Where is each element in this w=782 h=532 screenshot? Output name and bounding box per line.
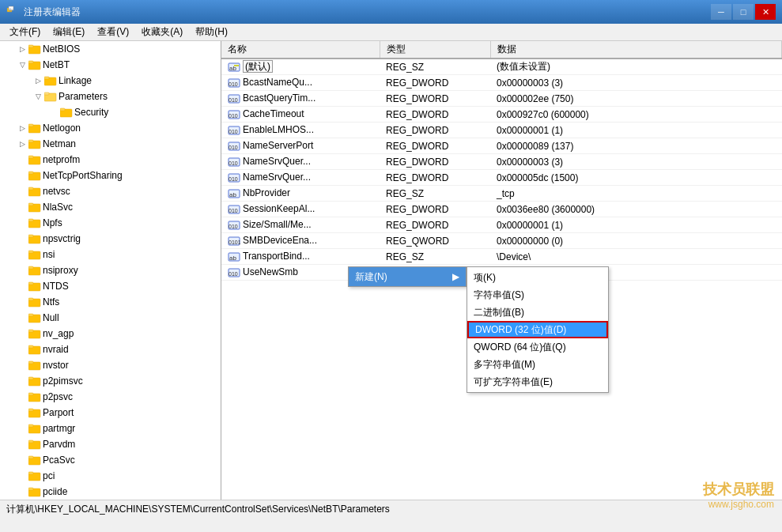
folder-icon: [28, 217, 41, 228]
svg-rect-53: [28, 424, 33, 427]
tree-node-netbt[interactable]: ▽ NetBT: [0, 57, 221, 73]
svg-rect-45: [28, 361, 33, 364]
tree-node-netbios[interactable]: ▷ NetBIOS: [0, 41, 221, 57]
menu-edit[interactable]: 编辑(E): [47, 24, 91, 41]
tree-label: NTDS: [43, 281, 69, 292]
tree-node-p2psvc[interactable]: ▷ p2psvc: [0, 389, 221, 405]
tree-label: Ntfs: [43, 296, 59, 308]
svg-rect-51: [28, 409, 33, 411]
svg-rect-15: [28, 124, 33, 126]
folder-icon: [28, 470, 41, 481]
tree-node-parport[interactable]: ▷ Parport: [0, 405, 221, 421]
table-row[interactable]: 010 BcastNameQu...REG_DWORD0x00000003 (3…: [221, 75, 782, 91]
tree-node-npsvctrig[interactable]: ▷ npsvctrig: [0, 231, 221, 247]
right-panel: 名称 类型 数据 ab (默认)REG_SZ(数值未设置) 010 BcastN…: [221, 41, 782, 500]
tree-node-null[interactable]: ▷ Null: [0, 310, 221, 326]
svg-rect-9: [44, 77, 49, 79]
folder-icon: [44, 75, 57, 86]
tree-node-pci[interactable]: ▷ pci: [0, 468, 221, 484]
table-row[interactable]: 0101 SMBDeviceEna...REG_QWORD0x00000000 …: [221, 233, 782, 249]
menu-view[interactable]: 查看(V): [91, 24, 135, 41]
cell-type: REG_DWORD: [380, 123, 490, 138]
cell-name: 010 Size/Small/Me...: [221, 217, 380, 233]
table-row[interactable]: ab (默认)REG_SZ(数值未设置): [221, 58, 782, 75]
table-row[interactable]: 010 BcastQueryTim...REG_DWORD0x000002ee …: [221, 91, 782, 107]
tree-node-nsiproxy[interactable]: ▷ nsiproxy: [0, 262, 221, 278]
tree-label: Npfs: [43, 217, 62, 228]
tree-panel: ▷ NetBIOS ▽ NetBT ▷: [0, 41, 221, 500]
svg-text:010: 010: [229, 81, 238, 87]
tree-label: Linkage: [59, 75, 92, 86]
folder-icon: [28, 59, 41, 70]
menu-help[interactable]: 帮助(H): [189, 24, 234, 41]
tree-node-pciide[interactable]: ▷ pciide: [0, 484, 221, 500]
tree-node-pcasvc[interactable]: ▷ PcaSvc: [0, 452, 221, 468]
folder-icon: [28, 455, 41, 466]
svg-text:ab: ab: [229, 191, 236, 198]
svg-rect-17: [28, 140, 33, 142]
svg-rect-33: [28, 266, 33, 269]
tree-node-ntfs[interactable]: ▷ Ntfs: [0, 294, 221, 310]
cell-data: (数值未设置): [490, 58, 782, 75]
tree-node-nettcp[interactable]: ▷ NetTcpPortSharing: [0, 168, 221, 183]
tree-node-netman[interactable]: ▷ Netman: [0, 136, 221, 152]
tree-node-linkage[interactable]: ▷ Linkage: [0, 73, 221, 89]
tree-node-nvstor[interactable]: ▷ nvstor: [0, 357, 221, 373]
tree-node-npfs[interactable]: ▷ Npfs: [0, 215, 221, 231]
folder-icon: [28, 296, 41, 308]
menu-favorites[interactable]: 收藏夹(A): [135, 24, 189, 41]
tree-node-nvraid[interactable]: ▷ nvraid: [0, 341, 221, 357]
tree-label: NetBIOS: [43, 43, 80, 55]
folder-icon: [44, 91, 57, 102]
table-row[interactable]: 010 NameServerPortREG_DWORD0x00000089 (1…: [221, 138, 782, 154]
table-row[interactable]: 010 UseNewSmbREG_DWORD0x00000001 (1): [221, 265, 782, 281]
close-button[interactable]: ✕: [755, 4, 776, 20]
svg-text:010: 010: [229, 271, 238, 277]
cell-type: REG_SZ: [380, 186, 490, 202]
svg-rect-39: [28, 314, 33, 316]
table-row[interactable]: ab TransportBind...REG_SZ\Device\: [221, 249, 782, 265]
cell-name: 010 NameSrvQuer...: [221, 170, 380, 186]
expand-icon: ▷: [16, 138, 28, 150]
tree-node-ntds[interactable]: ▷ NTDS: [0, 278, 221, 294]
folder-icon: [28, 186, 41, 197]
cell-name: 010 EnableLMHOS...: [221, 123, 380, 138]
svg-text:010: 010: [229, 145, 238, 150]
folder-icon: [28, 123, 41, 134]
tree-node-nlasvc[interactable]: ▷ NlaSvc: [0, 199, 221, 215]
tree-node-netvsc[interactable]: ▷ netvsc: [0, 183, 221, 199]
svg-text:010: 010: [229, 113, 238, 119]
tree-node-nvagp[interactable]: ▷ nv_agp: [0, 326, 221, 341]
tree-node-partmgr[interactable]: ▷ partmgr: [0, 421, 221, 436]
col-header-name: 名称: [221, 41, 380, 58]
tree-label: Null: [43, 312, 59, 323]
folder-icon: [28, 249, 41, 260]
maximize-button[interactable]: □: [733, 4, 754, 20]
folder-icon: [28, 154, 41, 165]
table-row[interactable]: 010 SessionKeepAl...REG_DWORD0x0036ee80 …: [221, 202, 782, 217]
tree-node-nsi[interactable]: ▷ nsi: [0, 247, 221, 262]
cell-data: 0x0036ee80 (3600000): [490, 202, 782, 217]
table-row[interactable]: ab NbProviderREG_SZ_tcp: [221, 186, 782, 202]
svg-rect-7: [28, 61, 33, 63]
table-row[interactable]: 010 NameSrvQuer...REG_DWORD0x000005dc (1…: [221, 170, 782, 186]
svg-text:010: 010: [229, 129, 238, 134]
cell-data: 0x00000001 (1): [490, 123, 782, 138]
minimize-button[interactable]: ─: [711, 4, 731, 20]
table-row[interactable]: 010 Size/Small/Me...REG_DWORD0x00000001 …: [221, 217, 782, 233]
svg-text:010: 010: [229, 208, 238, 213]
tree-node-security[interactable]: ▷ Security: [0, 104, 221, 120]
tree-node-parvdm[interactable]: ▷ Parvdm: [0, 436, 221, 452]
table-row[interactable]: 010 CacheTimeoutREG_DWORD0x000927c0 (600…: [221, 107, 782, 123]
tree-node-netlogon[interactable]: ▷ Netlogon: [0, 120, 221, 136]
menu-file[interactable]: 文件(F): [3, 24, 47, 41]
tree-label-security: Security: [74, 107, 108, 118]
svg-rect-5: [28, 45, 33, 47]
tree-node-p2pimsvc[interactable]: ▷ p2pimsvc: [0, 373, 221, 389]
table-row[interactable]: 010 NameSrvQuer...REG_DWORD0x00000003 (3…: [221, 154, 782, 170]
table-row[interactable]: 010 EnableLMHOS...REG_DWORD0x00000001 (1…: [221, 123, 782, 138]
tree-label: NlaSvc: [43, 202, 73, 213]
tree-node-parameters[interactable]: ▽ Parameters: [0, 89, 221, 104]
tree-node-netprofm[interactable]: ▷ netprofm: [0, 152, 221, 168]
folder-icon: [28, 170, 41, 181]
